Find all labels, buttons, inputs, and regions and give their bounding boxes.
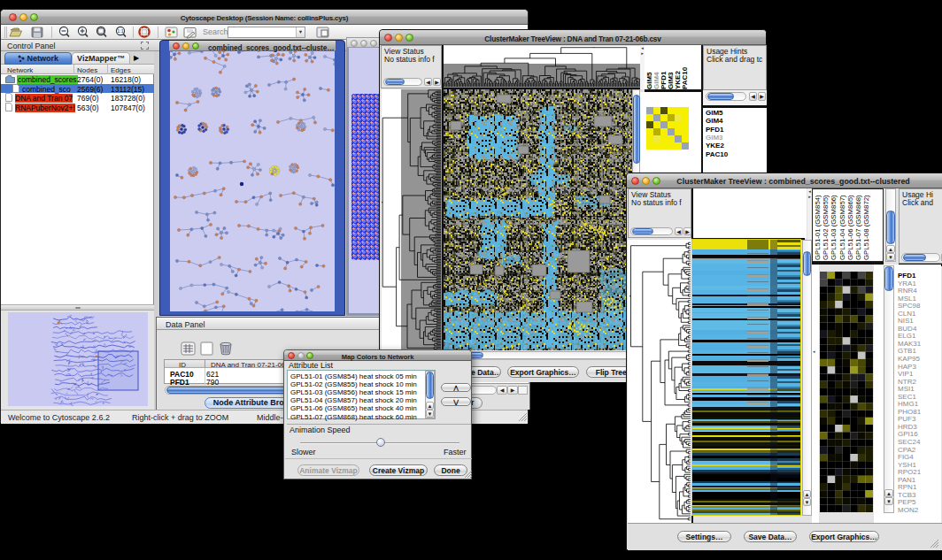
svg-text:PAC10: PAC10: [681, 66, 689, 89]
svg-text:GPL51-03 (GSM856): GPL51-03 (GSM856): [830, 195, 838, 260]
svg-text:1:1: 1:1: [117, 28, 124, 34]
svg-text:GPL51-07 (GSM868): GPL51-07 (GSM868): [854, 195, 862, 260]
svg-text:GPL51-01 (GSM854): GPL51-01 (GSM854): [814, 195, 822, 260]
svg-text:GPL51-06 (GSM865): GPL51-06 (GSM865): [846, 195, 854, 260]
svg-text:GPL51-08 (GSM872): GPL51-08 (GSM872): [862, 195, 870, 260]
svg-text:Search:: Search:: [203, 27, 230, 36]
svg-text:GPL51-02 (GSM855): GPL51-02 (GSM855): [822, 195, 830, 260]
svg-text:GPL51-04 (GSM857): GPL51-04 (GSM857): [838, 195, 846, 260]
